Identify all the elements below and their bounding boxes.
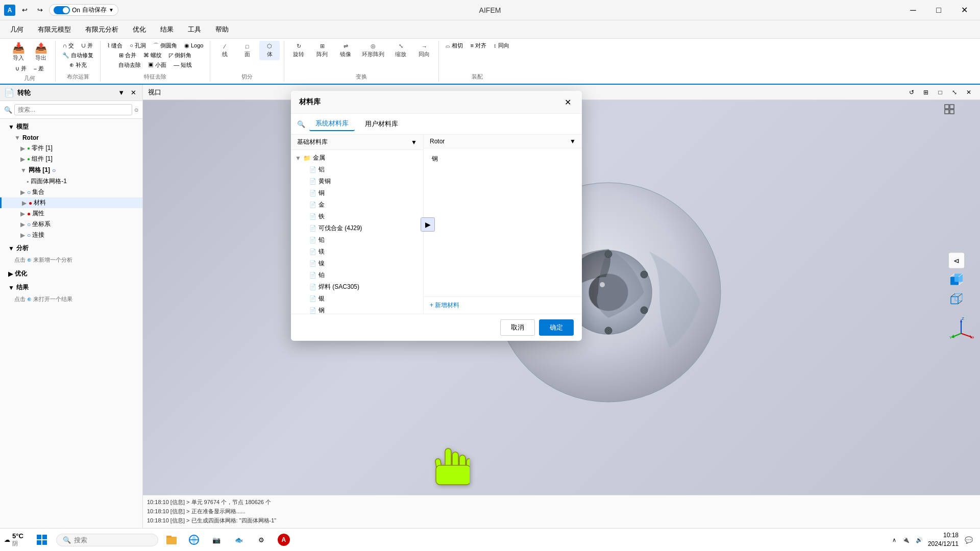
mat-item-lead[interactable]: 📄 铅 xyxy=(291,234,423,246)
analysis-section[interactable]: ▼ 分析 xyxy=(0,242,142,254)
ribbon-btn-line[interactable]: ∕ 线 xyxy=(214,41,235,60)
ribbon-btn-import[interactable]: 📥 导入 xyxy=(8,41,29,64)
mat-item-ni[interactable]: 📄 镍 xyxy=(291,258,423,269)
view-mode-btn[interactable] xyxy=(944,104,954,116)
mat-add-btn[interactable]: + 新增材料 xyxy=(424,296,582,314)
ribbon-btn-thread[interactable]: ⌘ 螺纹 xyxy=(141,51,164,60)
ribbon-btn-same-dir[interactable]: ↕ 同向 xyxy=(491,41,512,51)
split-view-btn[interactable]: ⊞ xyxy=(920,86,932,98)
menu-tools[interactable]: 工具 xyxy=(182,23,207,36)
ribbon-btn-intersect[interactable]: ∩ 交 xyxy=(60,41,77,51)
result-open-link[interactable]: ⊕ xyxy=(27,296,32,302)
mat-item-gold[interactable]: 📄 金 xyxy=(291,199,423,211)
ribbon-btn-union[interactable]: ∪ 并 xyxy=(13,64,29,73)
property-node[interactable]: ▶ ● 属性 xyxy=(0,208,142,219)
mat-list-item-steel[interactable]: 钢 xyxy=(428,153,578,165)
set-node[interactable]: ▶ ○ 集合 xyxy=(0,187,142,197)
ribbon-btn-surface[interactable]: □ 面 xyxy=(237,41,257,60)
mat-item-cu[interactable]: 📄 铜 xyxy=(291,187,423,199)
metal-folder[interactable]: ▼ 📁 金属 xyxy=(291,152,423,164)
start-button[interactable] xyxy=(32,530,52,550)
menu-fea[interactable]: 有限元分析 xyxy=(79,23,125,36)
ribbon-btn-sew[interactable]: ⌇ 缝合 xyxy=(105,41,125,51)
optimize-section[interactable]: ▶ 优化 xyxy=(0,268,142,280)
mat-item-mg[interactable]: 📄 镁 xyxy=(291,246,423,258)
ribbon-btn-combine[interactable]: ⊞ 合并 xyxy=(116,51,139,60)
material-node[interactable]: ▶ ● 材料 xyxy=(0,197,142,208)
system-clock[interactable]: 10:18 2024/12/11 xyxy=(928,531,959,548)
mat-item-iron[interactable]: 📄 铁 xyxy=(291,211,423,222)
analysis-add-link[interactable]: ⊕ xyxy=(27,257,32,263)
ribbon-btn-mirror[interactable]: ⇌ 镜像 xyxy=(335,41,356,60)
menu-fem[interactable]: 有限元模型 xyxy=(32,23,77,36)
result-section[interactable]: ▼ 结果 xyxy=(0,282,142,293)
ribbon-btn-chamfer[interactable]: ◸ 倒斜角 xyxy=(166,51,194,60)
dialog-close-btn[interactable]: ✕ xyxy=(561,96,574,108)
ribbon-btn-circular-array[interactable]: ◎ 环形阵列 xyxy=(359,41,387,60)
maximize-button[interactable]: □ xyxy=(927,0,950,20)
toggle-switch[interactable] xyxy=(54,6,70,14)
ribbon-btn-tangent[interactable]: ⌓ 相切 xyxy=(443,41,465,51)
ribbon-btn-autofix[interactable]: 🔧 自动修复 xyxy=(60,51,96,60)
panel-collapse-btn[interactable]: ▼ xyxy=(116,88,127,97)
ribbon-btn-export[interactable]: 📤 导出 xyxy=(31,41,51,64)
transfer-btn[interactable]: ▶ xyxy=(421,217,435,232)
taskbar-browser[interactable] xyxy=(185,531,203,549)
notification-btn[interactable]: 💬 xyxy=(962,534,976,546)
ribbon-btn-body[interactable]: ⬡ 体 xyxy=(259,41,280,60)
ribbon-btn-autoremove[interactable]: 自动去除 xyxy=(116,60,143,70)
mat-item-kovar[interactable]: 📄 可伐合金 (4J29) xyxy=(291,222,423,234)
rotor-section[interactable]: ▼ Rotor xyxy=(0,133,142,143)
view-pointer-btn[interactable]: ⊲ xyxy=(948,253,965,269)
ribbon-btn-smallface[interactable]: ▣ 小面 xyxy=(145,60,169,70)
taskbar-fileexplorer[interactable] xyxy=(162,531,181,549)
menu-results[interactable]: 结果 xyxy=(154,23,180,36)
mat-item-steel[interactable]: 📄 钢 xyxy=(291,305,423,314)
ribbon-btn-merge[interactable]: ∪ 并 xyxy=(79,41,95,51)
menu-optimize[interactable]: 优化 xyxy=(127,23,152,36)
tray-chevron[interactable]: ∧ xyxy=(890,535,898,545)
redo-button[interactable]: ↪ xyxy=(34,4,46,16)
search-input[interactable] xyxy=(14,104,132,115)
tray-network[interactable]: 🔌 xyxy=(900,535,912,545)
taskbar-search-input[interactable] xyxy=(74,536,135,544)
minimize-button[interactable]: ─ xyxy=(901,0,925,20)
cancel-button[interactable]: 取消 xyxy=(500,319,535,336)
ribbon-btn-patch[interactable]: ⊕ 补充 xyxy=(67,60,89,70)
menu-help[interactable]: 帮助 xyxy=(209,23,235,36)
mat-item-brass[interactable]: 📄 黄铜 xyxy=(291,176,423,187)
panel-close-btn[interactable]: ✕ xyxy=(129,88,138,97)
undo-button[interactable]: ↩ xyxy=(18,4,31,16)
mesh-section[interactable]: ▼ 网格 [1] ○ xyxy=(0,164,142,176)
coord-node[interactable]: ▶ ○ 坐标系 xyxy=(0,219,142,230)
mesh-item-node[interactable]: ▪ 四面体网格-1 xyxy=(0,176,142,187)
ribbon-btn-align[interactable]: ≡ 对齐 xyxy=(468,41,488,51)
refresh-btn[interactable]: ↺ xyxy=(905,86,918,98)
float-btn[interactable]: ⤡ xyxy=(948,86,961,98)
connect-node[interactable]: ▶ ○ 连接 xyxy=(0,230,142,240)
mat-item-solder[interactable]: 📄 焊料 (SAC305) xyxy=(291,281,423,293)
ribbon-btn-array[interactable]: ⊞ 阵列 xyxy=(312,41,332,60)
ribbon-btn-fillet[interactable]: ⌒ 倒圆角 xyxy=(151,41,180,51)
ribbon-btn-rotate[interactable]: ↻ 旋转 xyxy=(288,41,309,60)
tab-system-material[interactable]: 系统材料库 xyxy=(309,117,355,131)
mat-base-lib-dropdown[interactable]: 基础材料库 ▼ xyxy=(291,135,423,150)
ribbon-btn-diff[interactable]: − 差 xyxy=(31,64,46,73)
ribbon-btn-logo[interactable]: ◉ Logo xyxy=(182,41,206,50)
autosave-toggle[interactable]: On 自动保存 ▼ xyxy=(49,4,118,16)
expand-btn[interactable]: □ xyxy=(934,86,946,98)
mat-item-al[interactable]: 📄 铝 xyxy=(291,164,423,176)
close-button[interactable]: ✕ xyxy=(952,0,976,20)
parts-node[interactable]: ▶ ● 零件 [1] xyxy=(0,143,142,154)
tab-user-material[interactable]: 用户材料库 xyxy=(359,117,404,131)
ribbon-btn-scale[interactable]: ⤡ 缩放 xyxy=(390,41,411,60)
mat-item-pt[interactable]: 📄 铂 xyxy=(291,269,423,281)
taskbar-fish[interactable]: 🐟 xyxy=(230,531,248,549)
taskbar-search[interactable]: 🔍 xyxy=(56,534,158,546)
mat-item-ag[interactable]: 📄 银 xyxy=(291,293,423,305)
tray-speaker[interactable]: 🔊 xyxy=(914,535,925,545)
taskbar-camera[interactable]: 📷 xyxy=(207,531,226,549)
taskbar-app[interactable]: A xyxy=(275,531,293,549)
ribbon-btn-shortline[interactable]: — 短线 xyxy=(171,60,194,70)
ribbon-btn-hole[interactable]: ○ 孔洞 xyxy=(127,41,149,51)
